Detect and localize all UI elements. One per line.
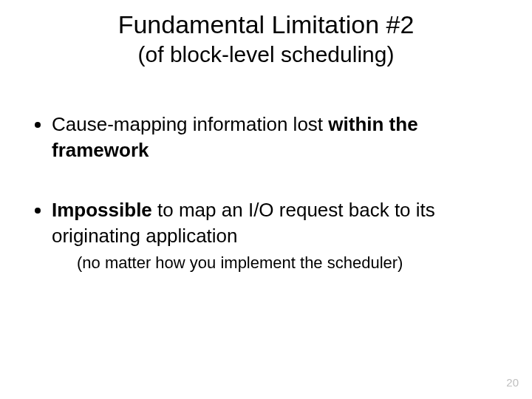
bullet-item: Cause-mapping information lost within th… [52,112,501,163]
bullet-text-bold: Impossible [52,199,152,221]
bullet-list: Cause-mapping information lost within th… [31,112,501,274]
bullet-item: Impossible to map an I/O request back to… [52,197,501,274]
slide-title: Fundamental Limitation #2 [0,9,532,41]
slide-body: Cause-mapping information lost within th… [0,112,532,274]
slide-subtitle: (of block-level scheduling) [0,42,532,67]
bullet-text-pre: Cause-mapping information lost [52,113,328,135]
bullet-note: (no matter how you implement the schedul… [77,252,501,274]
page-number: 20 [506,376,519,389]
